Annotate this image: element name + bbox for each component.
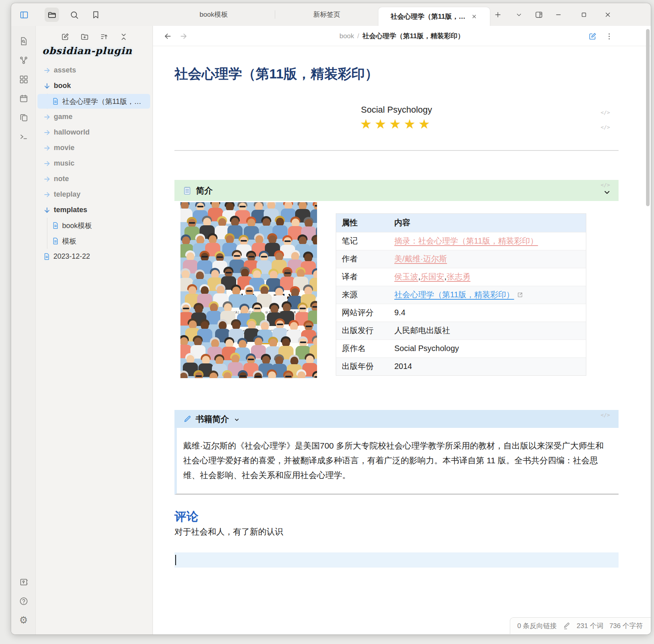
table-cell-value: 人民邮电出版社 (394, 326, 450, 335)
internal-link[interactable]: 摘录：社会心理学（第11版，精装彩印） (394, 236, 538, 245)
window-close-icon[interactable] (601, 8, 615, 22)
view-header: book / 社会心理学（第11版，精装彩印） (153, 26, 651, 46)
panel-left-icon[interactable] (17, 8, 31, 22)
external-link[interactable]: 社会心理学（第11版，精装彩印） (394, 290, 514, 299)
notepad-icon (182, 186, 192, 195)
panel-right-icon[interactable] (532, 8, 546, 22)
file-item-模板[interactable]: 模板 (36, 233, 153, 249)
file-item-book模板[interactable]: book模板 (36, 218, 153, 233)
file-label: 模板 (62, 236, 76, 246)
internal-link[interactable]: 张志勇 (446, 272, 470, 281)
window-maximize-icon[interactable] (577, 8, 591, 22)
folder-item-halloworld[interactable]: halloworld (36, 125, 153, 140)
tab-label: 社会心理学（第11版，… (391, 12, 466, 21)
folder-item-book[interactable]: book (36, 78, 153, 94)
breadcrumb-folder[interactable]: book (339, 32, 354, 40)
vault-title: obsidian-plugin (42, 45, 132, 57)
collapse-all-icon[interactable] (117, 31, 129, 43)
search-icon[interactable] (67, 8, 81, 22)
document-icon (52, 237, 59, 245)
chevron-down-icon[interactable] (512, 8, 526, 22)
word-count[interactable]: 231 个词 (577, 621, 603, 630)
arrow-right-icon (43, 144, 51, 152)
new-note-icon[interactable] (59, 31, 71, 43)
chevron-down-icon[interactable] (234, 417, 240, 423)
folder-item-templates[interactable]: templates (36, 202, 153, 218)
terminal-icon[interactable] (11, 127, 36, 146)
table-cell-value: 9.4 (394, 308, 405, 317)
folder-item-assets[interactable]: assets (36, 62, 153, 78)
copy-icon[interactable] (11, 108, 36, 127)
arrow-right-icon (43, 129, 51, 137)
new-folder-icon[interactable] (78, 31, 90, 43)
intro-section-header[interactable]: 简介 (174, 180, 619, 201)
code-block-edit-icon[interactable]: </> (601, 109, 610, 115)
summary-callout-header[interactable]: 书籍简介 (174, 410, 619, 428)
sort-icon[interactable] (98, 31, 110, 43)
edit-view-icon[interactable] (587, 31, 597, 41)
folder-label: music (54, 159, 74, 168)
plus-icon[interactable] (491, 8, 505, 22)
summary-callout-body: 戴维·迈尔斯的《社会心理学》是美国700 多所大专院校社会心理学教学所采用的教材… (174, 428, 619, 495)
file-item-2023-12-22[interactable]: 2023-12-22 (36, 249, 153, 264)
summary-callout-label: 书籍简介 (196, 414, 229, 425)
folder-item-teleplay[interactable]: teleplay (36, 187, 153, 202)
code-block-edit-icon[interactable]: </> (601, 182, 610, 188)
comment-text: 对于社会和人，有了新的认识 (174, 526, 619, 537)
title-bar: book模板 新标签页 社会心理学（第11版，… (11, 3, 651, 26)
breadcrumb: book / 社会心理学（第11版，精装彩印） (233, 26, 571, 46)
folder-item-note[interactable]: note (36, 171, 153, 187)
back-icon[interactable] (163, 31, 173, 41)
comments-heading: 评论 (174, 509, 619, 525)
arrow-down-icon (43, 82, 51, 90)
book-cover-image[interactable]: 教育部高等学校心理学教学指导委员会推荐用书 社会心理学 [美] 戴维·迈尔斯 著… (180, 202, 317, 378)
char-count[interactable]: 736 个字符 (609, 621, 643, 630)
table-row: 原作名Social Psychology (336, 340, 586, 357)
tab-close-icon[interactable] (471, 13, 478, 20)
table-row: 笔记摘录：社会心理学（第11版，精装彩印） (336, 232, 586, 250)
file-item-社会心理学（第11版，…[interactable]: 社会心理学（第11版，… (36, 94, 153, 109)
folder-label: halloworld (54, 128, 90, 137)
tab-new[interactable]: 新标签页 (275, 3, 378, 26)
canvas-icon[interactable] (11, 70, 36, 89)
backlinks-count[interactable]: 0 条反向链接 (517, 621, 557, 630)
folder-label: teleplay (54, 190, 80, 199)
table-cell-value: 2014 (394, 362, 412, 371)
document-icon (52, 98, 59, 105)
vault-icon[interactable] (11, 572, 36, 591)
calendar-icon[interactable] (11, 89, 36, 108)
settings-icon[interactable]: ⚙ (11, 611, 36, 630)
chevron-down-icon[interactable] (603, 188, 611, 196)
internal-link[interactable]: 乐国安 (421, 272, 444, 281)
graph-icon[interactable] (11, 51, 36, 70)
folder-item-movie[interactable]: movie (36, 140, 153, 156)
tab-active-note[interactable]: 社会心理学（第11版，… (378, 7, 490, 26)
more-options-icon[interactable] (604, 31, 614, 41)
scrollbar-thumb[interactable] (646, 29, 650, 206)
internal-link[interactable]: 美/戴维·迈尔斯 (394, 254, 447, 263)
bookmark-icon[interactable] (88, 8, 103, 22)
file-search-icon[interactable] (11, 31, 36, 51)
code-block-edit-icon[interactable]: </> (601, 124, 610, 130)
obsidian-window: book模板 新标签页 社会心理学（第11版，… ⚙ obsidian-plug… (11, 3, 651, 634)
external-link-icon (517, 291, 523, 298)
property-label: 出版年份 (336, 357, 389, 375)
help-icon[interactable] (11, 591, 36, 611)
window-minimize-icon[interactable] (551, 8, 566, 22)
code-block-edit-icon[interactable]: </> (601, 412, 610, 418)
editor-active-line[interactable] (174, 552, 619, 568)
internal-link[interactable]: 侯玉波 (394, 272, 418, 281)
property-label: 原作名 (336, 340, 389, 357)
forward-icon[interactable] (178, 31, 189, 41)
pencil-line-icon[interactable] (563, 622, 571, 630)
folder-icon[interactable] (45, 8, 59, 22)
note-content: 社会心理学（第11版，精装彩印） Social Psychology ★★★★★… (153, 46, 651, 634)
arrow-right-icon (43, 66, 51, 74)
folder-item-music[interactable]: music (36, 156, 153, 171)
property-label: 网站评分 (336, 304, 389, 322)
scrollbar[interactable] (646, 29, 650, 206)
folder-item-game[interactable]: game (36, 109, 153, 125)
arrow-right-icon (43, 160, 51, 168)
pencil-icon (183, 415, 192, 423)
tab-book-template[interactable]: book模板 (153, 3, 275, 26)
